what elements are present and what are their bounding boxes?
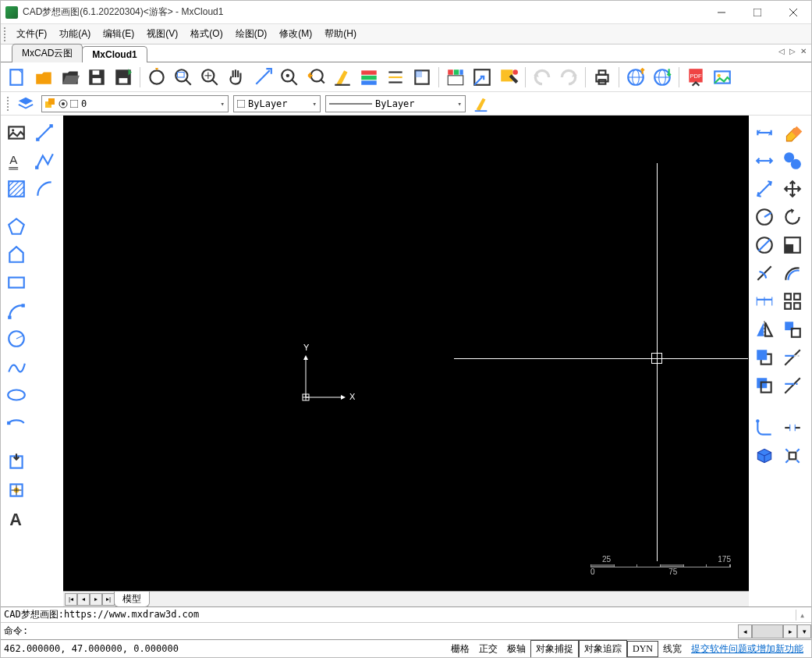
export-image-button[interactable] (709, 64, 736, 91)
select-all-button[interactable] (469, 64, 495, 91)
dim-continue-button[interactable] (750, 287, 778, 315)
sheet-button[interactable] (409, 64, 435, 91)
model-tab[interactable]: 模型 (114, 592, 150, 607)
pan-button[interactable] (223, 64, 250, 91)
front-button[interactable] (750, 343, 778, 372)
arc-button[interactable] (30, 175, 59, 203)
color-selector[interactable]: ByLayer ▾ (233, 95, 321, 112)
highlight-button[interactable] (329, 64, 356, 91)
trim-button[interactable] (778, 343, 807, 372)
menu-help[interactable]: 帮助(H) (318, 25, 363, 43)
open-file-button[interactable] (57, 64, 83, 91)
block-insert-button[interactable] (2, 448, 30, 476)
explode-button[interactable] (778, 442, 807, 470)
maximize-button[interactable] (739, 1, 775, 23)
cmd-scroll-right-button[interactable]: ▸ (783, 624, 797, 638)
ellipse-arc-button[interactable] (2, 409, 30, 437)
scale-button[interactable] (778, 231, 807, 259)
text-A-button[interactable]: A (2, 504, 30, 532)
menu-edit[interactable]: 编辑(E) (97, 25, 140, 43)
zoom-extents-button[interactable] (197, 64, 223, 91)
arc-3pt-button[interactable] (2, 297, 30, 325)
layer-tools-button[interactable] (495, 64, 522, 91)
break-button[interactable] (778, 414, 807, 442)
erase-button[interactable] (778, 119, 807, 147)
extend-button[interactable] (778, 372, 807, 400)
open-cloud-button[interactable] (30, 64, 57, 91)
menu-modify[interactable]: 修改(M) (273, 25, 318, 43)
feedback-link[interactable]: 提交软件问题或增加新功能 (686, 641, 808, 657)
spline-button[interactable] (2, 353, 30, 381)
menu-function[interactable]: 功能(A) (53, 25, 97, 43)
otrack-toggle[interactable]: 对象追踪 (579, 640, 627, 658)
osnap-toggle[interactable]: 对象捕捉 (530, 640, 579, 658)
color-palette-button[interactable] (442, 64, 469, 91)
array-button[interactable] (778, 287, 807, 315)
tab-scroll-left-icon[interactable]: ◁ (777, 47, 786, 55)
zoom-rotate-button[interactable] (144, 64, 170, 91)
minimize-button[interactable] (704, 1, 739, 23)
dim-linear-button[interactable] (750, 119, 778, 147)
layout-first-button[interactable]: |◂ (65, 593, 77, 606)
zoom-previous-button[interactable] (303, 64, 329, 91)
redo-button[interactable] (555, 64, 582, 91)
save-as-button[interactable] (110, 64, 137, 91)
save-button[interactable] (83, 64, 110, 91)
pentagon-button[interactable] (2, 240, 30, 269)
web-upload-button[interactable] (622, 64, 649, 91)
mirror-button[interactable] (750, 315, 778, 343)
hatch-button[interactable] (2, 175, 30, 203)
block-create-button[interactable] (2, 476, 30, 504)
fillet-button[interactable] (750, 414, 778, 442)
drawing-canvas[interactable]: X Y 25 175 0 75 (63, 116, 749, 591)
menu-draw[interactable]: 绘图(D) (229, 25, 274, 43)
doc-tab-2[interactable]: MxCloud1 (82, 46, 147, 62)
insert-image-button[interactable] (2, 119, 30, 147)
undo-button[interactable] (529, 64, 555, 91)
layer-selector[interactable]: 0 ▾ (41, 95, 229, 112)
dim-angular-button[interactable] (750, 175, 778, 203)
dim-arc-button[interactable] (750, 259, 778, 287)
grid-toggle[interactable]: 栅格 (446, 641, 474, 657)
print-button[interactable] (589, 64, 615, 91)
align-button[interactable] (778, 315, 807, 343)
polyline-button[interactable] (30, 147, 59, 175)
properties-button[interactable] (356, 64, 382, 91)
layout-last-button[interactable]: ▸| (102, 593, 115, 606)
zoom-window-button[interactable] (170, 64, 197, 91)
zoom-center-button[interactable] (276, 64, 303, 91)
line-button[interactable] (30, 119, 59, 147)
offset-button[interactable] (778, 259, 807, 287)
lineweight-toggle[interactable]: 线宽 (658, 641, 686, 657)
zoom-dynamic-button[interactable] (250, 64, 276, 91)
dim-aligned-button[interactable] (750, 147, 778, 175)
layout-prev-button[interactable]: ◂ (77, 593, 90, 606)
ortho-toggle[interactable]: 正交 (474, 641, 502, 657)
polygon-button[interactable] (2, 212, 30, 240)
menu-format[interactable]: 格式(O) (184, 25, 229, 43)
rectangle-button[interactable] (2, 269, 30, 297)
ellipse-button[interactable] (2, 381, 30, 409)
match-properties-button[interactable] (470, 94, 492, 113)
export-pdf-button[interactable]: PDF (683, 64, 709, 91)
close-button[interactable] (775, 1, 811, 23)
layer-manager-button[interactable] (15, 94, 37, 113)
tab-scroll-right-icon[interactable]: ▷ (788, 47, 797, 55)
menu-view[interactable]: 视图(V) (140, 25, 184, 43)
polar-toggle[interactable]: 极轴 (502, 641, 530, 657)
dim-radius-button[interactable] (750, 203, 778, 231)
circle-button[interactable] (2, 325, 30, 353)
dim-diameter-button[interactable] (750, 231, 778, 259)
cmd-scroll-up-icon[interactable]: ▴ (796, 610, 808, 621)
list-button[interactable] (382, 64, 409, 91)
linetype-selector[interactable]: ByLayer ▾ (325, 95, 466, 112)
dyn-toggle[interactable]: DYN (627, 641, 658, 657)
copy-button[interactable] (778, 147, 807, 175)
text-button[interactable]: A (2, 147, 30, 175)
view-3d-button[interactable] (750, 442, 778, 470)
rotate-button[interactable] (778, 203, 807, 231)
new-file-button[interactable] (4, 64, 30, 91)
command-line[interactable]: 命令: ◂ ▸ ▾ (1, 623, 811, 640)
web-download-button[interactable] (649, 64, 675, 91)
layout-next-button[interactable]: ▸ (90, 593, 102, 606)
